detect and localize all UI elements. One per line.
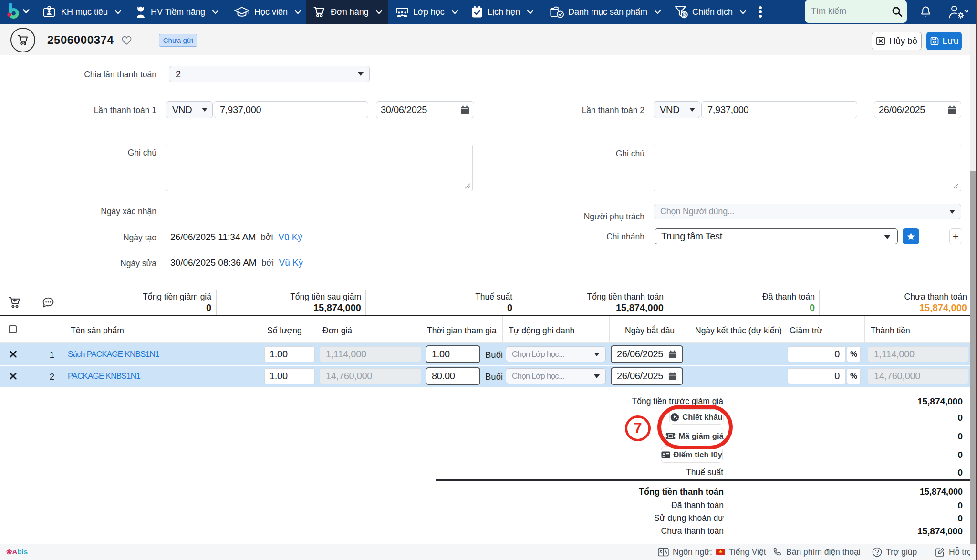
svg-text:$: $ [683, 11, 686, 18]
